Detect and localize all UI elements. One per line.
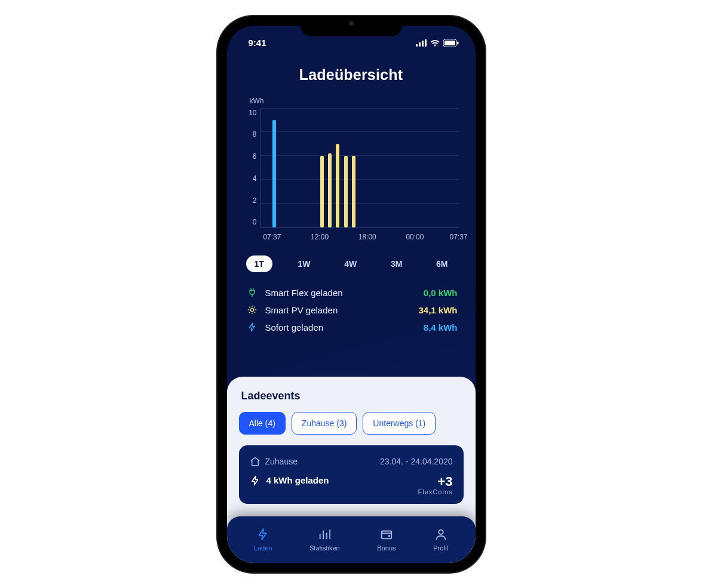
plug-icon [245, 288, 259, 297]
stat-value: 0,0 kWh [424, 288, 458, 298]
chart-xtick: 07:37 [263, 233, 281, 241]
event-flexcoins-label: FlexCoins [418, 488, 453, 495]
event-flexcoins: +3 FlexCoins [418, 475, 453, 495]
chart-ytick: 8 [253, 130, 257, 138]
phone-notch [300, 16, 403, 36]
svg-rect-8 [382, 531, 392, 538]
stat-row: Sofort geladen8,4 kWh [245, 319, 458, 336]
svg-point-7 [250, 308, 253, 311]
tab-label: Laden [254, 544, 272, 552]
stat-value: 34,1 kWh [418, 305, 457, 315]
chart-bar[interactable] [272, 120, 276, 227]
filter-alle-4-[interactable]: Alle (4) [239, 412, 286, 435]
chart-xtick: 00:00 [406, 233, 424, 241]
chart-bar[interactable] [344, 156, 348, 227]
event-flexcoins-value: +3 [418, 475, 453, 488]
filter-zuhause-3-[interactable]: Zuhause (3) [292, 412, 357, 435]
home-icon [250, 456, 260, 467]
chart-ytick: 10 [249, 109, 256, 117]
bolt-icon [256, 528, 269, 542]
chart-plot[interactable] [260, 109, 459, 228]
svg-rect-2 [422, 41, 424, 47]
chart-ytick: 4 [253, 174, 257, 183]
stat-label: Sofort geladen [265, 322, 424, 333]
chart-bar[interactable] [352, 156, 355, 227]
chart-xaxis: 07:3712:0018:0000:0007:37 [260, 233, 459, 242]
bolt-icon [250, 475, 260, 486]
stat-row: Smart Flex geladen0,0 kWh [245, 284, 458, 301]
range-pill-1w[interactable]: 1W [290, 255, 319, 272]
chart-xtick: 18:00 [358, 233, 376, 241]
battery-icon [443, 39, 459, 47]
stat-value: 8,4 kWh [424, 322, 458, 333]
sun-icon [245, 305, 259, 315]
chart-ytick: 2 [253, 196, 257, 205]
chart-ytick: 0 [253, 218, 257, 226]
chart-yaxis: 1086420 [244, 109, 260, 228]
stat-label: Smart PV geladen [265, 305, 419, 315]
chart-bar[interactable] [336, 144, 339, 227]
status-time: 9:41 [249, 38, 266, 48]
wallet-icon [380, 528, 393, 542]
event-date: 23.04. - 24.04.2020 [380, 457, 452, 466]
range-pill-6m[interactable]: 6M [428, 255, 456, 272]
status-icons [416, 39, 459, 47]
tab-label: Bonus [377, 544, 396, 552]
event-loaded: 4 kWh geladen [266, 475, 329, 485]
page-title: Ladeübersicht [227, 66, 476, 84]
tab-bonus[interactable]: Bonus [377, 528, 396, 552]
profile-icon [434, 528, 447, 542]
tab-statistiken[interactable]: Statistiken [309, 528, 340, 552]
chart-xtick: 12:00 [311, 233, 329, 241]
stat-row: Smart PV geladen34,1 kWh [245, 301, 458, 319]
chart-bar[interactable] [328, 153, 332, 227]
svg-rect-6 [457, 41, 459, 44]
svg-rect-1 [419, 42, 421, 47]
range-selector: 1T1W4W3M6M [227, 242, 476, 272]
stat-label: Smart Flex geladen [265, 288, 424, 298]
svg-rect-0 [416, 44, 418, 47]
chart-xtick: 07:37 [449, 233, 467, 241]
event-card[interactable]: Zuhause 23.04. - 24.04.2020 4 kWh gelade… [239, 445, 464, 504]
events-title: Ladeevents [241, 390, 464, 402]
chart-icon [318, 528, 331, 542]
svg-point-10 [439, 529, 443, 534]
tab-profil[interactable]: Profil [433, 528, 448, 552]
wifi-icon [430, 39, 440, 47]
range-pill-4w[interactable]: 4W [336, 255, 365, 272]
filter-unterwegs-1-[interactable]: Unterwegs (1) [363, 412, 436, 435]
svg-rect-3 [425, 39, 427, 47]
svg-point-9 [389, 535, 390, 536]
range-pill-1t[interactable]: 1T [246, 255, 272, 272]
stats-list: Smart Flex geladen0,0 kWhSmart PV gelade… [227, 272, 476, 348]
signal-icon [416, 39, 427, 47]
tab-label: Profil [433, 544, 448, 552]
svg-rect-5 [445, 41, 455, 45]
tab-label: Statistiken [309, 544, 340, 552]
chart-container: kWh 1086420 07:3712:0018:0000:0007:37 [227, 84, 476, 242]
tab-bar: LadenStatistikenBonusProfil [227, 516, 476, 563]
app-screen: 9:41 Ladeübersicht kWh 1086420 07:3712:0… [227, 26, 476, 563]
phone-frame: 9:41 Ladeübersicht kWh 1086420 07:3712:0… [217, 16, 485, 572]
chart-ylabel: kWh [250, 97, 459, 105]
bolt-icon [245, 322, 259, 332]
event-location: Zuhause [265, 457, 298, 466]
chart-bar[interactable] [320, 156, 324, 227]
chart-ytick: 6 [253, 152, 257, 161]
range-pill-3m[interactable]: 3M [382, 255, 410, 272]
tab-laden[interactable]: Laden [254, 528, 272, 552]
events-filters: Alle (4)Zuhause (3)Unterwegs (1) [239, 412, 464, 435]
